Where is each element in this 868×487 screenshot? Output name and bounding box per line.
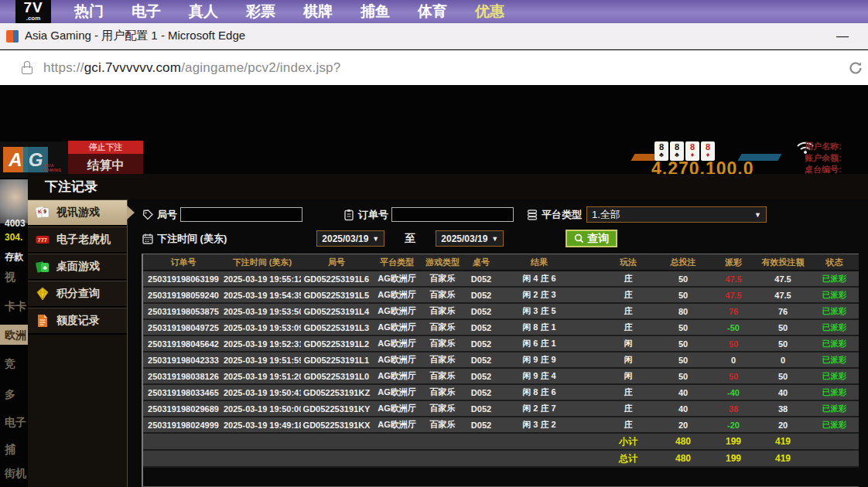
cell-play: 庄 xyxy=(601,387,655,398)
nav-item[interactable]: 真人 xyxy=(189,2,218,22)
cell-status: 已派彩 xyxy=(810,404,859,414)
nav-item[interactable]: 捕鱼 xyxy=(361,2,390,22)
cell-time: 2025-03-19 19:51:59 xyxy=(224,356,301,365)
round-input[interactable] xyxy=(180,207,302,222)
cell-result: 闲 6 庄 1 xyxy=(499,338,579,349)
table-games-icon: ♣ xyxy=(35,259,50,274)
date-to-select[interactable]: 2025/03/19 ▼ xyxy=(436,230,504,247)
minimize-button[interactable]: — xyxy=(832,26,853,46)
site-logo[interactable]: 7V .com xyxy=(15,0,51,24)
nav-item[interactable]: 优惠 xyxy=(475,2,504,22)
cell-result: 闲 9 庄 9 xyxy=(499,354,579,366)
avatar xyxy=(0,179,28,223)
cell-order: 250319198049725 xyxy=(143,323,224,332)
cell-payout: 47.5 xyxy=(711,274,756,284)
cell-platform: AG欧洲厅 xyxy=(372,387,422,398)
nav-item[interactable]: 电子 xyxy=(132,2,161,22)
cell-time: 2025-03-19 19:50:41 xyxy=(224,388,301,397)
url-text[interactable]: https://gci.7vvvvvv.com/agingame/pcv2/in… xyxy=(43,60,340,76)
records-panel: 局号 订单号 xyxy=(128,199,868,487)
lock-icon[interactable] xyxy=(22,61,32,74)
search-button[interactable]: 查询 xyxy=(566,230,617,247)
sidebar-item-桌面游戏[interactable]: ♣桌面游戏 xyxy=(28,254,127,281)
cell-time: 2025-03-19 19:50:00 xyxy=(224,404,301,414)
calendar-icon xyxy=(142,233,154,245)
cell-time: 2025-03-19 19:49:18 xyxy=(224,421,301,430)
subtotal-row-payout: 199 xyxy=(711,436,756,447)
sidebar-item-额度记录[interactable]: 额度记录 xyxy=(28,308,127,335)
cell-play: 庄 xyxy=(601,403,655,414)
cell-play: 闲 xyxy=(601,354,655,366)
cell-order: 250319198033465 xyxy=(143,388,224,397)
cell-status: 已派彩 xyxy=(810,387,859,398)
ag-logo: A G ASIA GAMING xyxy=(0,141,68,178)
cell-table: D052 xyxy=(463,404,499,414)
date-from-select[interactable]: 2025/03/19 ▼ xyxy=(316,230,384,247)
search-icon xyxy=(574,233,584,244)
card-suit: ♣ xyxy=(670,152,684,158)
nav-item[interactable]: 棋牌 xyxy=(303,2,333,22)
cell-bet: 40 xyxy=(655,388,711,397)
reload-icon[interactable] xyxy=(848,60,863,76)
svg-text:♣: ♣ xyxy=(43,264,48,271)
sidebar-item-电子老虎机[interactable]: 777电子老虎机 xyxy=(28,226,127,254)
card-suit: ♦ xyxy=(685,152,699,158)
cell-time: 2025-03-19 19:53:09 xyxy=(224,323,301,332)
tag-icon xyxy=(142,209,154,221)
sidebar-item-label: 桌面游戏 xyxy=(56,260,100,274)
cell-valid: 50 xyxy=(756,372,810,381)
cell-table: D052 xyxy=(463,356,499,365)
playing-card: 8♣ xyxy=(670,141,684,161)
left-strip-item: 视 xyxy=(0,271,28,284)
nav-item[interactable]: 体育 xyxy=(418,2,447,22)
cell-table: D052 xyxy=(463,323,499,332)
sidebar-item-视讯游戏[interactable]: K9视讯游戏 xyxy=(28,199,127,226)
modal-sidebar: K9视讯游戏777电子老虎机♣桌面游戏积分查询额度记录 xyxy=(28,199,128,487)
window-title: Asia Gaming - 用户配置 1 - Microsoft Edge xyxy=(25,29,245,43)
column-header: 局号 xyxy=(301,257,372,268)
total-row-payout: 199 xyxy=(711,453,756,464)
sidebar-item-积分查询[interactable]: 积分查询 xyxy=(28,281,127,308)
date-to-value: 2025/03/19 xyxy=(441,233,487,244)
dealt-cards: 8♣8♣8♦8♦ xyxy=(654,141,715,161)
cell-game: 百家乐 xyxy=(422,289,463,301)
platform-select[interactable]: 1.全部 ▼ xyxy=(586,206,767,223)
cell-valid: 0 xyxy=(756,356,810,365)
left-strip-item: 捕 xyxy=(0,443,28,457)
nav-item[interactable]: 彩票 xyxy=(246,2,275,22)
nav-item[interactable]: 热门 xyxy=(74,2,104,22)
site-nav: 7V .com 热门电子真人彩票棋牌捕鱼体育优惠 xyxy=(0,0,868,23)
table-row: 2503191980631992025-03-19 19:55:12GD0522… xyxy=(143,271,859,288)
points-icon xyxy=(35,286,50,301)
cell-order: 250319198045642 xyxy=(143,339,224,349)
cell-platform: AG欧洲厅 xyxy=(372,354,422,366)
cell-game: 百家乐 xyxy=(422,370,463,382)
cell-game: 百家乐 xyxy=(422,305,463,317)
left-strip-item: 竞 xyxy=(0,357,28,371)
slot-icon: 777 xyxy=(35,232,50,247)
playing-card: 8♦ xyxy=(685,141,699,161)
credit-icon xyxy=(35,313,50,329)
card-suit: ♦ xyxy=(701,152,715,158)
window-titlebar: Asia Gaming - 用户配置 1 - Microsoft Edge — xyxy=(0,23,868,49)
cell-table: D052 xyxy=(463,291,499,300)
cell-time: 2025-03-19 19:52:31 xyxy=(224,339,301,349)
table-row: 2503191980538752025-03-19 19:53:50GD0522… xyxy=(143,304,859,320)
ag-favicon xyxy=(6,30,19,43)
cell-play: 闲 xyxy=(601,338,655,349)
chevron-down-icon: ▼ xyxy=(491,235,498,243)
cell-play: 庄 xyxy=(601,419,655,431)
subtotal-row-bet: 480 xyxy=(655,436,711,447)
total-row-valid: 419 xyxy=(756,453,810,464)
cell-round: GD052253191L1 xyxy=(301,356,372,365)
cell-game: 百家乐 xyxy=(422,387,463,398)
cell-play: 庄 xyxy=(601,322,655,333)
cell-round: GD052253191KX xyxy=(301,421,372,430)
svg-text:777: 777 xyxy=(38,237,48,244)
table-row: 2503191980423332025-03-19 19:51:59GD0522… xyxy=(143,352,859,369)
url-domain: gci.7vvvvvv.com xyxy=(84,60,182,75)
cell-status: 已派彩 xyxy=(810,339,859,349)
modal-title: 下注记录 xyxy=(28,174,868,199)
order-input[interactable] xyxy=(391,207,514,222)
top-nav-items: 热门电子真人彩票棋牌捕鱼体育优惠 xyxy=(74,0,504,23)
